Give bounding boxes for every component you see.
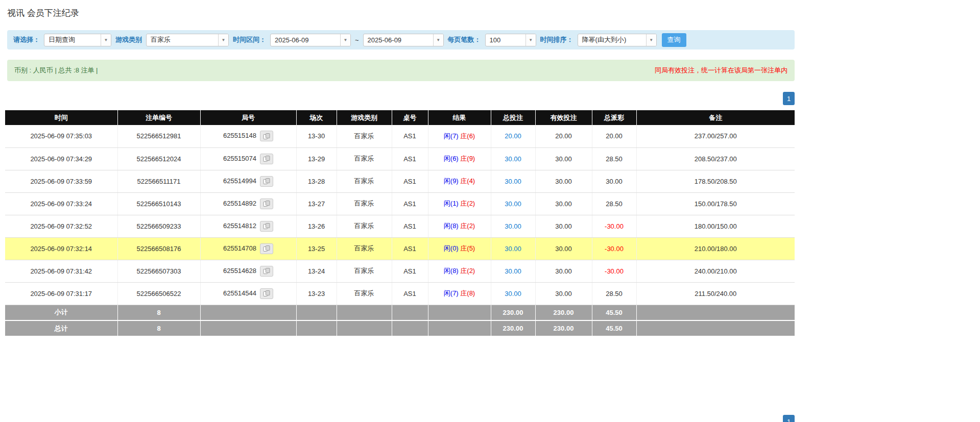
chevron-down-icon: ▼ <box>101 34 111 46</box>
time-cell: 2025-06-09 07:35:03 <box>5 125 117 147</box>
valid-bet-cell: 20.00 <box>535 125 592 147</box>
chevron-down-icon: ▼ <box>433 34 443 46</box>
round-result-icon[interactable] <box>260 176 273 187</box>
chevron-down-icon: ▼ <box>218 34 228 46</box>
result-banker: 庄(2) <box>460 200 475 207</box>
round-result-icon[interactable] <box>260 266 273 277</box>
table-no-cell: AS1 <box>392 125 428 147</box>
result-banker: 庄(2) <box>460 267 475 275</box>
page-title: 视讯 会员下注纪录 <box>7 7 797 19</box>
col-session: 场次 <box>296 110 337 125</box>
table-no-cell: AS1 <box>392 237 428 260</box>
total-bet-cell: 30.00 <box>491 215 535 237</box>
time-cell: 2025-06-09 07:31:42 <box>5 260 117 282</box>
notice-text: 同局有效投注，统一计算在该局第一张注单内 <box>655 66 787 75</box>
query-type-select[interactable]: 日期查询 ▼ <box>44 34 111 46</box>
total-bet-link[interactable]: 30.00 <box>505 155 521 163</box>
sort-order-value: 降幂(由大到小) <box>578 34 646 46</box>
payout-cell: 28.50 <box>592 147 636 170</box>
round-result-icon[interactable] <box>260 221 273 232</box>
page-size-value: 100 <box>486 34 525 46</box>
bet-id-cell: 522566512981 <box>117 125 200 147</box>
table-no-cell: AS1 <box>392 170 428 192</box>
total-bet-link[interactable]: 30.00 <box>505 200 521 208</box>
date-to-input[interactable]: 2025-06-09 ▼ <box>363 34 444 46</box>
result-player: 闲(8) <box>444 222 459 230</box>
search-button[interactable]: 查询 <box>662 33 686 47</box>
payout-cell: -30.00 <box>592 237 636 260</box>
total-bet-cell: 30.00 <box>491 170 535 192</box>
round-result-icon[interactable] <box>260 198 273 209</box>
total-bet-cell: 30.00 <box>491 260 535 282</box>
date-from-input[interactable]: 2025-06-09 ▼ <box>270 34 351 46</box>
result-banker: 庄(9) <box>460 155 475 162</box>
game-type-cell: 百家乐 <box>337 125 392 147</box>
payout-cell: -30.00 <box>592 215 636 237</box>
bet-id-cell: 522566511171 <box>117 170 200 192</box>
total-bet-link[interactable]: 30.00 <box>505 267 521 275</box>
game-type-cell: 百家乐 <box>337 192 392 215</box>
page-button-1[interactable]: 1 <box>783 92 795 105</box>
total-bet-link[interactable]: 20.00 <box>505 132 521 140</box>
col-result: 结果 <box>428 110 491 125</box>
round-result-icon[interactable] <box>260 288 273 299</box>
valid-bet-cell: 30.00 <box>535 260 592 282</box>
payout-cell: 28.50 <box>592 282 636 305</box>
session-cell: 13-23 <box>296 282 337 305</box>
select-type-label: 请选择： <box>13 35 40 44</box>
payout-cell: 30.00 <box>592 170 636 192</box>
table-no-cell: AS1 <box>392 215 428 237</box>
time-cell: 2025-06-09 07:33:24 <box>5 192 117 215</box>
col-table: 桌号 <box>392 110 428 125</box>
result-cell: 闲(8) 庄(2) <box>428 260 491 282</box>
chevron-down-icon: ▼ <box>340 34 350 46</box>
table-row: 2025-06-09 07:34:29 522566512024 6255150… <box>5 147 795 170</box>
query-type-value: 日期查询 <box>44 34 101 46</box>
game-type-cell: 百家乐 <box>337 215 392 237</box>
valid-bet-cell: 30.00 <box>535 282 592 305</box>
valid-bet-cell: 30.00 <box>535 192 592 215</box>
filter-bar: 请选择： 日期查询 ▼ 游戏类别 百家乐 ▼ 时间区间： 2025-06-09 … <box>7 30 795 49</box>
total-bet-cell: 30.00 <box>491 192 535 215</box>
remark-cell: 211.50/240.00 <box>636 282 795 305</box>
result-cell: 闲(7) 庄(8) <box>428 282 491 305</box>
round-result-icon[interactable] <box>260 243 273 254</box>
pagination-bottom: 1 <box>783 415 795 422</box>
result-cell: 闲(7) 庄(6) <box>428 125 491 147</box>
summary-bar: 币别 : 人民币 | 总共 :8 注单 | 同局有效投注，统一计算在该局第一张注… <box>7 60 795 81</box>
total-valid-bet: 230.00 <box>535 320 592 336</box>
round-id: 625514544 <box>223 289 256 296</box>
round-cell: 625515148 <box>200 125 296 147</box>
currency-summary: 币别 : 人民币 | 总共 :8 注单 | <box>14 66 98 75</box>
sort-order-select[interactable]: 降幂(由大到小) ▼ <box>578 34 657 46</box>
result-cell: 闲(8) 庄(2) <box>428 215 491 237</box>
total-bet-link[interactable]: 30.00 <box>505 222 521 230</box>
result-player: 闲(7) <box>444 132 459 140</box>
bet-id-cell: 522566510143 <box>117 192 200 215</box>
page-button-1-bottom[interactable]: 1 <box>783 415 795 422</box>
page-size-select[interactable]: 100 ▼ <box>485 34 536 46</box>
time-cell: 2025-06-09 07:31:17 <box>5 282 117 305</box>
total-bet-link[interactable]: 30.00 <box>505 178 521 185</box>
round-result-icon[interactable] <box>260 154 273 164</box>
total-bet-link[interactable]: 30.00 <box>505 290 521 297</box>
total-bet-link[interactable]: 30.00 <box>505 245 521 253</box>
table-header: 时间 注单编号 局号 场次 游戏类别 桌号 结果 总投注 有效投注 总派彩 备注 <box>5 110 795 125</box>
total-bet-cell: 30.00 <box>491 282 535 305</box>
time-cell: 2025-06-09 07:34:29 <box>5 147 117 170</box>
round-cell: 625514544 <box>200 282 296 305</box>
table-row: 2025-06-09 07:33:24 522566510143 6255148… <box>5 192 795 215</box>
game-type-select[interactable]: 百家乐 ▼ <box>146 34 229 46</box>
result-player: 闲(8) <box>444 267 459 275</box>
table-body: 2025-06-09 07:35:03 522566512981 6255151… <box>5 125 795 305</box>
round-cell: 625514812 <box>200 215 296 237</box>
round-id: 625514708 <box>223 244 256 252</box>
valid-bet-cell: 30.00 <box>535 170 592 192</box>
col-remark: 备注 <box>636 110 795 125</box>
bet-records-table: 时间 注单编号 局号 场次 游戏类别 桌号 结果 总投注 有效投注 总派彩 备注… <box>5 110 795 337</box>
table-row: 2025-06-09 07:32:14 522566508176 6255147… <box>5 237 795 260</box>
col-time: 时间 <box>5 110 117 125</box>
round-result-icon[interactable] <box>260 131 273 141</box>
game-type-value: 百家乐 <box>147 34 218 46</box>
time-cell: 2025-06-09 07:32:52 <box>5 215 117 237</box>
